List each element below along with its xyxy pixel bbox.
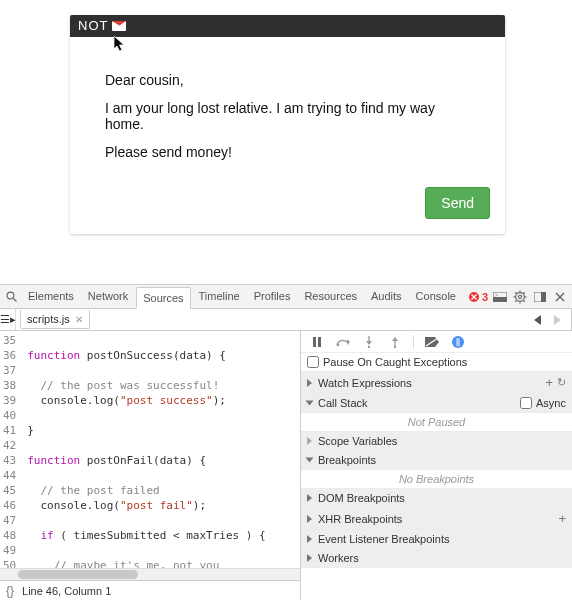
dock-icon[interactable] bbox=[532, 289, 548, 305]
pause-on-exceptions-icon[interactable] bbox=[450, 334, 466, 350]
page-top: NOT Dear cousin, I am your long lost rel… bbox=[0, 0, 572, 284]
chevron-right-icon bbox=[307, 515, 312, 523]
history-fwd-icon[interactable] bbox=[549, 312, 565, 328]
chevron-down-icon bbox=[306, 458, 314, 463]
show-navigator-icon[interactable]: ☰▸ bbox=[0, 309, 16, 330]
history-back-icon[interactable] bbox=[530, 312, 546, 328]
svg-line-17 bbox=[515, 300, 517, 302]
tab-network[interactable]: Network bbox=[82, 286, 134, 308]
pretty-print-icon[interactable]: {} bbox=[6, 584, 14, 598]
step-over-icon[interactable] bbox=[335, 334, 351, 350]
svg-point-30 bbox=[452, 336, 464, 348]
step-out-icon[interactable] bbox=[387, 334, 403, 350]
line-numbers: 35 36 37 38 39 40 41 42 43 44 45 46 47 4… bbox=[0, 331, 21, 568]
event-breakpoints-header[interactable]: Event Listener Breakpoints bbox=[301, 530, 572, 549]
step-into-icon[interactable] bbox=[361, 334, 377, 350]
svg-point-26 bbox=[368, 345, 370, 347]
dom-bp-label: DOM Breakpoints bbox=[318, 492, 405, 504]
code-editor[interactable]: 35 36 37 38 39 40 41 42 43 44 45 46 47 4… bbox=[0, 331, 300, 568]
svg-rect-19 bbox=[541, 292, 546, 302]
svg-line-1 bbox=[14, 298, 17, 301]
svg-line-15 bbox=[523, 300, 525, 302]
add-watch-icon[interactable]: + bbox=[545, 375, 553, 390]
tab-profiles[interactable]: Profiles bbox=[248, 286, 297, 308]
breakpoints-label: Breakpoints bbox=[318, 454, 376, 466]
call-stack-header[interactable]: Call Stack Async bbox=[301, 394, 572, 413]
watch-label: Watch Expressions bbox=[318, 377, 412, 389]
send-button[interactable]: Send bbox=[425, 187, 490, 219]
devtools-subheader: ☰▸ scripts.js ✕ bbox=[0, 309, 572, 331]
svg-point-0 bbox=[7, 292, 14, 299]
pause-on-caught-label: Pause On Caught Exceptions bbox=[323, 356, 467, 368]
event-bp-label: Event Listener Breakpoints bbox=[318, 533, 449, 545]
tab-sources[interactable]: Sources bbox=[136, 287, 190, 309]
async-checkbox[interactable] bbox=[520, 397, 532, 409]
svg-rect-23 bbox=[318, 337, 321, 347]
chevron-right-icon bbox=[307, 535, 312, 543]
gmail-icon bbox=[112, 21, 126, 31]
horizontal-scrollbar[interactable] bbox=[0, 568, 300, 580]
code-lines[interactable]: function postOnSuccess(data) { // the po… bbox=[21, 331, 300, 568]
not-paused-label: Not Paused bbox=[301, 413, 572, 432]
svg-point-28 bbox=[394, 345, 396, 347]
scope-header[interactable]: Scope Variables bbox=[301, 432, 572, 451]
refresh-watch-icon[interactable]: ↻ bbox=[557, 376, 566, 389]
gear-icon[interactable] bbox=[512, 289, 528, 305]
close-file-icon[interactable]: ✕ bbox=[75, 314, 83, 325]
svg-rect-31 bbox=[457, 338, 458, 346]
breakpoints-header[interactable]: Breakpoints bbox=[301, 451, 572, 470]
drawer-icon[interactable]: >_ bbox=[492, 289, 508, 305]
tab-timeline[interactable]: Timeline bbox=[193, 286, 246, 308]
chevron-down-icon bbox=[306, 401, 314, 406]
deactivate-breakpoints-icon[interactable] bbox=[424, 334, 440, 350]
svg-point-9 bbox=[518, 295, 521, 298]
xhr-breakpoints-header[interactable]: XHR Breakpoints + bbox=[301, 508, 572, 530]
email-footer: Send bbox=[70, 187, 505, 234]
dom-breakpoints-header[interactable]: DOM Breakpoints bbox=[301, 489, 572, 508]
svg-text:>_: >_ bbox=[495, 292, 501, 298]
no-breakpoints-label: No Breakpoints bbox=[301, 470, 572, 489]
email-composer: NOT Dear cousin, I am your long lost rel… bbox=[70, 15, 505, 234]
svg-rect-6 bbox=[493, 297, 507, 302]
chevron-right-icon bbox=[307, 437, 312, 445]
xhr-bp-label: XHR Breakpoints bbox=[318, 513, 402, 525]
devtools: ElementsNetworkSourcesTimelineProfilesRe… bbox=[0, 285, 572, 600]
close-icon[interactable] bbox=[552, 289, 568, 305]
workers-header[interactable]: Workers bbox=[301, 549, 572, 568]
pause-on-caught-row[interactable]: Pause On Caught Exceptions bbox=[301, 353, 572, 372]
code-statusbar: {} Line 46, Column 1 bbox=[0, 580, 300, 600]
email-line-2: Please send money! bbox=[105, 144, 470, 160]
debugger-toolbar bbox=[301, 331, 572, 353]
devtools-header-right: 3 >_ bbox=[469, 289, 568, 305]
tab-console[interactable]: Console bbox=[410, 286, 462, 308]
email-title: NOT bbox=[78, 15, 108, 37]
devtools-header: ElementsNetworkSourcesTimelineProfilesRe… bbox=[0, 285, 572, 309]
svg-point-8 bbox=[516, 292, 525, 301]
scope-label: Scope Variables bbox=[318, 435, 397, 447]
svg-rect-22 bbox=[313, 337, 316, 347]
error-badge[interactable]: 3 bbox=[469, 291, 488, 303]
svg-point-24 bbox=[337, 343, 340, 346]
chevron-right-icon bbox=[307, 494, 312, 502]
file-tab[interactable]: scripts.js ✕ bbox=[20, 310, 90, 329]
add-xhr-bp-icon[interactable]: + bbox=[558, 511, 566, 526]
cursor-position: Line 46, Column 1 bbox=[22, 585, 111, 597]
tab-resources[interactable]: Resources bbox=[298, 286, 363, 308]
scrollbar-thumb[interactable] bbox=[18, 570, 138, 579]
watch-expressions-header[interactable]: Watch Expressions + ↻ bbox=[301, 372, 572, 394]
code-pane: 35 36 37 38 39 40 41 42 43 44 45 46 47 4… bbox=[0, 331, 301, 600]
devtools-main: 35 36 37 38 39 40 41 42 43 44 45 46 47 4… bbox=[0, 331, 572, 600]
svg-line-14 bbox=[515, 292, 517, 294]
debugger-side-pane: Pause On Caught Exceptions Watch Express… bbox=[301, 331, 572, 600]
pause-icon[interactable] bbox=[309, 334, 325, 350]
email-body[interactable]: Dear cousin, I am your long lost relativ… bbox=[70, 37, 505, 187]
async-label: Async bbox=[536, 397, 566, 409]
email-title-bar[interactable]: NOT bbox=[70, 15, 505, 37]
call-stack-label: Call Stack bbox=[318, 397, 368, 409]
tab-audits[interactable]: Audits bbox=[365, 286, 408, 308]
svg-line-16 bbox=[523, 292, 525, 294]
chevron-right-icon bbox=[307, 379, 312, 387]
tab-elements[interactable]: Elements bbox=[22, 286, 80, 308]
search-icon[interactable] bbox=[4, 289, 20, 305]
pause-on-caught-checkbox[interactable] bbox=[307, 356, 319, 368]
